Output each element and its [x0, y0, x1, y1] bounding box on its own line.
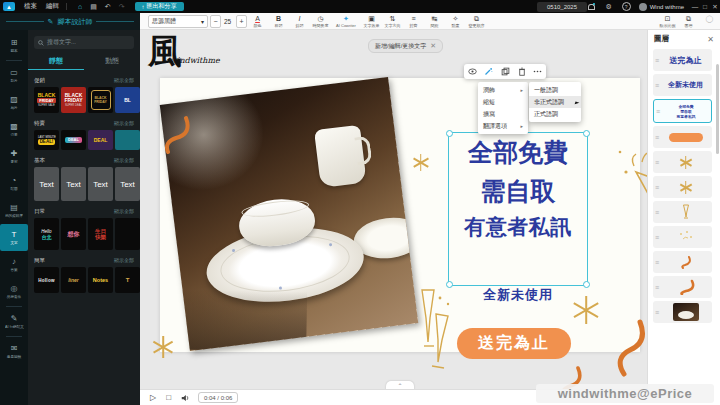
- layer-item-pill-shape[interactable]: ≡: [653, 126, 712, 148]
- layer-item-note-text[interactable]: ≡全新未使用: [653, 74, 712, 96]
- template-thumb[interactable]: [115, 130, 140, 150]
- template-thumb[interactable]: Notes: [88, 267, 113, 293]
- rail-item-photo[interactable]: ▨相片: [0, 89, 28, 116]
- play-button[interactable]: ▷: [150, 393, 156, 402]
- show-all-link[interactable]: 顯示全部: [114, 157, 134, 164]
- submenu-item-normal-tone[interactable]: 一般語調: [529, 84, 581, 96]
- show-all-link[interactable]: 顯示全部: [114, 120, 134, 127]
- rail-item-ai-marketing[interactable]: ✎AI 行銷貼文: [0, 308, 28, 335]
- resize-handle[interactable]: [446, 130, 453, 137]
- layer-item-cta-text[interactable]: ≡送完為止: [653, 49, 712, 71]
- drag-handle-icon[interactable]: ≡: [655, 209, 659, 216]
- drag-handle-icon[interactable]: ≡: [655, 259, 659, 266]
- template-thumb[interactable]: BLACKFRIDAYSUPER DEAL: [61, 87, 86, 113]
- rail-item-brand-kit[interactable]: ◎品牌套件: [0, 278, 28, 305]
- document-title[interactable]: 0510_2025: [537, 2, 587, 12]
- spacing-button[interactable]: ↹間距: [424, 13, 445, 29]
- submenu-item-informal-tone[interactable]: 非正式語調: [529, 96, 581, 108]
- layer-item-ribbon-small[interactable]: ≡: [653, 251, 712, 273]
- user-avatar[interactable]: [639, 3, 647, 11]
- rail-item-elements[interactable]: ✚素材: [0, 143, 28, 170]
- cta-pill-text[interactable]: 送完為止: [457, 328, 571, 359]
- menu-file[interactable]: 檔案: [24, 2, 37, 11]
- animation-button[interactable]: ✧動畫: [445, 13, 466, 29]
- close-icon[interactable]: ✕: [430, 42, 436, 50]
- window-close-button[interactable]: ✕: [710, 3, 720, 11]
- help-icon[interactable]: ?: [622, 2, 631, 11]
- text-direction-button[interactable]: ⇅文字方向: [382, 13, 403, 29]
- search-input[interactable]: 搜尋文字...: [34, 36, 134, 49]
- menu-edit[interactable]: 編輯: [46, 2, 59, 11]
- layer-item-sparkle[interactable]: ≡: [653, 176, 712, 198]
- sparkle-decoration[interactable]: [572, 296, 600, 324]
- visibility-eye-icon[interactable]: [468, 68, 477, 75]
- show-all-link[interactable]: 顯示全部: [114, 257, 134, 264]
- drag-handle-icon[interactable]: ≡: [655, 234, 659, 241]
- undo-icon[interactable]: ↶: [105, 3, 111, 11]
- sparkle-decoration[interactable]: [152, 336, 174, 358]
- ai-wand-icon[interactable]: [484, 67, 493, 76]
- stop-button[interactable]: □: [166, 393, 171, 402]
- drag-handle-icon[interactable]: ≡: [655, 184, 659, 191]
- drag-handle-icon[interactable]: ≡: [655, 284, 659, 291]
- rail-item-feedback[interactable]: ✉意見回饋: [0, 338, 28, 365]
- template-thumb[interactable]: LAST MINUTEDEAL!: [34, 130, 59, 150]
- template-thumb[interactable]: T: [115, 267, 140, 293]
- submenu-item-formal-tone[interactable]: 正式語調: [529, 108, 581, 120]
- edit-text-hint-chip[interactable]: 新增/編輯/更換文字 ✕: [368, 39, 443, 53]
- template-thumb[interactable]: DEAL: [61, 130, 86, 150]
- order-button[interactable]: ⧉變更順序: [466, 13, 487, 29]
- rail-item-video[interactable]: ▭影片: [0, 62, 28, 89]
- template-thumb[interactable]: liner: [61, 267, 86, 293]
- template-thumb[interactable]: DEAL: [88, 130, 113, 150]
- ai-cowriter-button[interactable]: ✦AI Cowriter: [331, 13, 361, 29]
- template-thumb[interactable]: BLACKFRIDAYSUPER SALE: [34, 87, 59, 113]
- text-color-button[interactable]: A顏色: [247, 13, 268, 29]
- menu-item-shorten[interactable]: 縮短: [478, 96, 528, 108]
- layer-item-ribbon[interactable]: ≡: [653, 276, 712, 298]
- notifications-icon[interactable]: [588, 4, 594, 10]
- template-thumb[interactable]: [115, 218, 140, 250]
- italic-button[interactable]: I斜體: [289, 13, 310, 29]
- drag-handle-icon[interactable]: ≡: [655, 159, 659, 166]
- settings-gear-icon[interactable]: ⚙: [605, 3, 611, 11]
- layers-scrollbar[interactable]: [716, 64, 719, 154]
- drag-handle-icon[interactable]: ≡: [655, 134, 659, 141]
- duplicate-icon[interactable]: [501, 67, 510, 76]
- save-icon[interactable]: ▤: [90, 3, 97, 11]
- delete-trash-icon[interactable]: [518, 67, 526, 76]
- drag-handle-icon[interactable]: ≡: [656, 108, 660, 115]
- template-thumb[interactable]: 生日快樂: [88, 218, 113, 250]
- template-thumb[interactable]: Text: [115, 167, 140, 201]
- redo-icon[interactable]: ↷: [119, 3, 125, 11]
- rail-item-music[interactable]: ♪音樂: [0, 251, 28, 278]
- layer-item-confetti[interactable]: ≡: [653, 226, 712, 248]
- resize-handle[interactable]: [446, 281, 453, 288]
- font-size-increase-button[interactable]: +: [236, 15, 247, 28]
- app-logo-icon[interactable]: ▲: [3, 2, 15, 11]
- close-icon[interactable]: ✕: [707, 35, 714, 44]
- show-all-link[interactable]: 顯示全部: [114, 208, 134, 215]
- export-share-button[interactable]: ↑ 匯出和分享: [135, 2, 184, 11]
- template-thumb[interactable]: Text: [88, 167, 113, 201]
- rail-item-templates[interactable]: ⊞範本: [0, 32, 28, 59]
- template-thumb[interactable]: BL: [115, 87, 140, 113]
- menu-item-expand[interactable]: 擴寫: [478, 108, 528, 120]
- layer-item-photo[interactable]: ≡: [653, 301, 712, 323]
- template-thumb[interactable]: Hollow: [34, 267, 59, 293]
- home-icon[interactable]: ⌂: [78, 3, 82, 10]
- layer-item-main-text[interactable]: ≡ 全部免費 需自取 有意者私訊: [653, 99, 712, 123]
- window-minimize-button[interactable]: —: [690, 3, 700, 10]
- template-thumb[interactable]: Hello台北: [34, 218, 59, 250]
- template-thumb[interactable]: Text: [61, 167, 86, 201]
- font-size-decrease-button[interactable]: −: [210, 15, 221, 28]
- menu-item-refine[interactable]: 潤飾▸: [478, 84, 528, 96]
- font-select[interactable]: 思源黑體▾: [148, 15, 208, 28]
- bold-button[interactable]: B粗體: [268, 13, 289, 29]
- show-all-link[interactable]: 顯示全部: [114, 77, 134, 84]
- layer-item-glass[interactable]: ≡: [653, 201, 712, 223]
- drag-handle-icon[interactable]: ≡: [655, 57, 659, 64]
- menu-item-translate-options[interactable]: 翻譯選項▸: [478, 120, 528, 132]
- dishes-photo[interactable]: [160, 77, 419, 351]
- duration-button[interactable]: ◷時間長度: [310, 13, 331, 29]
